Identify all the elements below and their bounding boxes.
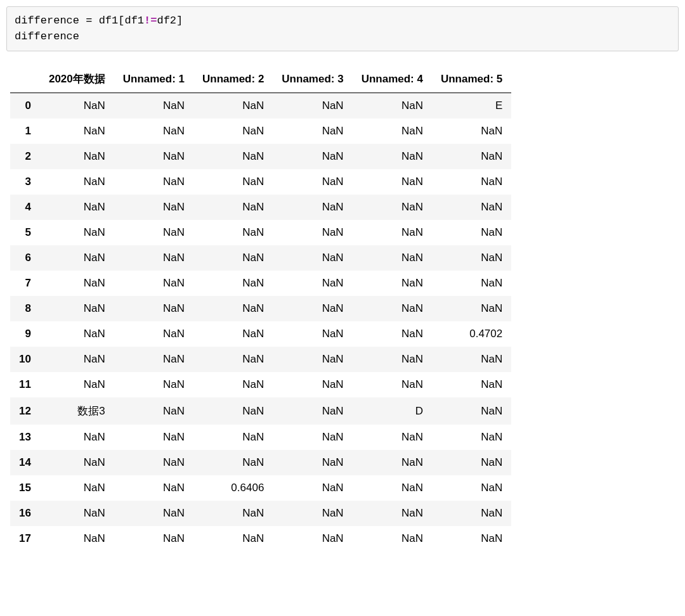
- cell: NaN: [432, 144, 511, 169]
- cell: NaN: [353, 220, 432, 245]
- cell: NaN: [353, 195, 432, 220]
- row-index: 0: [10, 93, 40, 119]
- code-token: =: [79, 15, 99, 27]
- cell: NaN: [193, 526, 273, 551]
- cell: NaN: [432, 245, 511, 271]
- cell: NaN: [432, 220, 511, 245]
- cell: NaN: [193, 501, 273, 526]
- code-token: df2: [157, 15, 176, 27]
- cell: NaN: [114, 475, 193, 501]
- cell: NaN: [273, 93, 352, 119]
- table-row: 7NaNNaNNaNNaNNaNNaN: [10, 271, 511, 296]
- cell: NaN: [353, 526, 432, 551]
- table-row: 15NaNNaN0.6406NaNNaNNaN: [10, 475, 511, 501]
- row-index: 2: [10, 144, 40, 169]
- cell: NaN: [193, 296, 273, 321]
- cell: NaN: [114, 93, 193, 119]
- cell: NaN: [353, 450, 432, 475]
- cell: NaN: [432, 397, 511, 425]
- cell: NaN: [193, 169, 273, 195]
- cell: NaN: [353, 372, 432, 397]
- cell: NaN: [40, 195, 114, 220]
- cell: NaN: [353, 271, 432, 296]
- cell: NaN: [114, 144, 193, 169]
- row-index: 7: [10, 271, 40, 296]
- row-index: 17: [10, 526, 40, 551]
- row-index: 9: [10, 321, 40, 347]
- cell: NaN: [432, 475, 511, 501]
- code-cell[interactable]: difference = df1[df1!=df2] difference: [6, 6, 679, 51]
- code-token: df1: [99, 15, 119, 27]
- cell: NaN: [353, 144, 432, 169]
- cell: NaN: [353, 169, 432, 195]
- col-header: Unnamed: 1: [114, 65, 193, 93]
- cell: NaN: [193, 195, 273, 220]
- cell: NaN: [273, 347, 352, 372]
- col-header: Unnamed: 2: [193, 65, 273, 93]
- table-row: 4NaNNaNNaNNaNNaNNaN: [10, 195, 511, 220]
- cell: NaN: [273, 271, 352, 296]
- cell: E: [432, 93, 511, 119]
- cell: NaN: [193, 220, 273, 245]
- row-index: 16: [10, 501, 40, 526]
- table-row: 6NaNNaNNaNNaNNaNNaN: [10, 245, 511, 271]
- cell: NaN: [193, 347, 273, 372]
- table-row: 16NaNNaNNaNNaNNaNNaN: [10, 501, 511, 526]
- row-index: 1: [10, 119, 40, 144]
- table-row: 12数据3NaNNaNNaNDNaN: [10, 397, 511, 425]
- cell: NaN: [114, 397, 193, 425]
- cell: NaN: [193, 425, 273, 450]
- cell: NaN: [114, 425, 193, 450]
- cell: NaN: [40, 169, 114, 195]
- cell: NaN: [114, 450, 193, 475]
- cell: NaN: [40, 220, 114, 245]
- cell: NaN: [353, 296, 432, 321]
- cell: NaN: [114, 296, 193, 321]
- cell: NaN: [432, 347, 511, 372]
- cell: NaN: [273, 450, 352, 475]
- cell: NaN: [114, 501, 193, 526]
- cell: NaN: [273, 475, 352, 501]
- cell: NaN: [114, 119, 193, 144]
- table-row: 9NaNNaNNaNNaNNaN0.4702: [10, 321, 511, 347]
- cell: NaN: [114, 195, 193, 220]
- row-index: 14: [10, 450, 40, 475]
- cell: NaN: [432, 526, 511, 551]
- col-header: Unnamed: 4: [353, 65, 432, 93]
- table-row: 2NaNNaNNaNNaNNaNNaN: [10, 144, 511, 169]
- cell: NaN: [353, 475, 432, 501]
- index-corner: [10, 65, 40, 93]
- code-token: [: [118, 15, 124, 27]
- table-row: 8NaNNaNNaNNaNNaNNaN: [10, 296, 511, 321]
- cell: NaN: [353, 93, 432, 119]
- cell: 0.6406: [193, 475, 273, 501]
- cell: NaN: [40, 347, 114, 372]
- cell: NaN: [273, 119, 352, 144]
- cell: NaN: [193, 321, 273, 347]
- cell: NaN: [40, 321, 114, 347]
- row-index: 6: [10, 245, 40, 271]
- table-row: 5NaNNaNNaNNaNNaNNaN: [10, 220, 511, 245]
- cell: NaN: [432, 372, 511, 397]
- cell: NaN: [353, 245, 432, 271]
- cell: NaN: [353, 425, 432, 450]
- row-index: 13: [10, 425, 40, 450]
- cell: NaN: [432, 425, 511, 450]
- cell: NaN: [193, 144, 273, 169]
- code-token: difference: [15, 15, 79, 27]
- code-token: !=: [144, 15, 157, 27]
- cell: NaN: [273, 501, 352, 526]
- col-header: Unnamed: 5: [432, 65, 511, 93]
- row-index: 11: [10, 372, 40, 397]
- code-token: df1: [124, 15, 144, 27]
- cell: NaN: [432, 195, 511, 220]
- cell: NaN: [273, 144, 352, 169]
- cell: NaN: [40, 501, 114, 526]
- cell: NaN: [114, 245, 193, 271]
- header-row: 2020年数据 Unnamed: 1 Unnamed: 2 Unnamed: 3…: [10, 65, 511, 93]
- cell: NaN: [40, 144, 114, 169]
- cell: NaN: [40, 271, 114, 296]
- cell: NaN: [353, 501, 432, 526]
- cell: 数据3: [40, 397, 114, 425]
- cell: NaN: [40, 296, 114, 321]
